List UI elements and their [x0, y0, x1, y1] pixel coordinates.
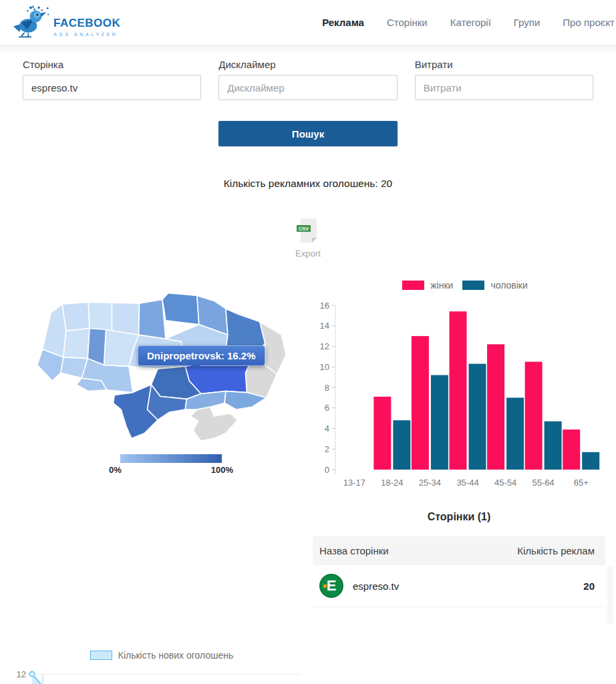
bar-male[interactable]: [582, 452, 599, 470]
svg-text:8: 8: [325, 383, 329, 393]
male-legend-label: чоловіки: [490, 280, 527, 291]
bar-male[interactable]: [431, 375, 448, 470]
svg-text:10: 10: [320, 362, 329, 372]
svg-text:6: 6: [325, 403, 329, 413]
nav-categories[interactable]: Категорії: [450, 17, 491, 28]
timeline-legend-label: Кількість нових оголошень: [118, 650, 233, 661]
main-nav: Реклама Сторінки Категорії Групи Про про…: [322, 17, 616, 28]
region: [162, 293, 199, 325]
region: [112, 303, 139, 335]
region: [63, 329, 90, 359]
bar-female[interactable]: [563, 430, 580, 470]
svg-text:13-17: 13-17: [343, 478, 365, 488]
page-input[interactable]: [23, 75, 201, 100]
nav-pages[interactable]: Сторінки: [387, 17, 428, 28]
map-legend-min: 0%: [109, 465, 122, 475]
svg-text:4: 4: [325, 423, 329, 434]
female-legend-label: жінки: [430, 280, 453, 291]
bird-logo-icon: [12, 4, 49, 41]
timeline-legend: Кількість нових оголошень: [9, 650, 314, 661]
espreso-logo-icon: E: [319, 574, 343, 598]
table-row[interactable]: E espreso.tv 20: [313, 565, 605, 607]
bar-female[interactable]: [525, 362, 543, 470]
export-label: Export: [295, 248, 321, 259]
header-shadow: [0, 45, 616, 53]
svg-text:55-64: 55-64: [532, 478, 555, 488]
svg-text:12: 12: [17, 669, 26, 679]
map-gradient-legend: [120, 454, 222, 463]
ads-count-text: Кількість рекламних оголошень: 20: [0, 178, 616, 190]
svg-text:14: 14: [320, 321, 329, 331]
main-content: Сторінка Дисклаймер Витрати Пошук Кількі…: [0, 59, 616, 684]
bar-male[interactable]: [506, 397, 524, 470]
data-point-marker[interactable]: [29, 671, 34, 676]
filters-form: Сторінка Дисклаймер Витрати: [0, 59, 616, 100]
bar-male[interactable]: [545, 421, 562, 470]
bar-male[interactable]: [393, 420, 410, 470]
table-scrollbar[interactable]: [607, 566, 613, 624]
spend-field-label: Витрати: [415, 59, 593, 70]
logo-subtitle: ADS ANALYZER: [53, 31, 120, 37]
bar-female[interactable]: [412, 336, 429, 470]
svg-text:12: 12: [320, 341, 329, 351]
bar-chart-legend: жінки чоловіки: [313, 280, 616, 291]
nav-ads[interactable]: Реклама: [322, 17, 364, 28]
svg-text:2: 2: [325, 444, 329, 454]
gender-bar-chart-panel: жінки чоловіки 024681012141613-1718-2425…: [313, 276, 616, 607]
svg-text:35-44: 35-44: [456, 478, 478, 488]
svg-text:0: 0: [325, 465, 329, 475]
app-header: FACEBOOK ADS ANALYZER Реклама Сторінки К…: [0, 0, 616, 45]
page-field-label: Сторінка: [23, 59, 201, 70]
csv-export-button[interactable]: CSV Export: [0, 218, 616, 259]
bar-female[interactable]: [450, 311, 467, 470]
female-legend-swatch: [402, 281, 424, 290]
new-ads-area-chart[interactable]: 024681012May 2, 2021May 9, 2021May 16, 2…: [9, 666, 303, 684]
csv-badge-label: CSV: [299, 226, 309, 232]
svg-text:16: 16: [320, 301, 329, 311]
bar-female[interactable]: [373, 397, 391, 470]
region: [62, 302, 90, 331]
svg-text:45-54: 45-54: [494, 478, 516, 488]
ukraine-map-panel: Dnipropetrovsk: 16.2%: [13, 276, 313, 607]
page-ads-count: 20: [458, 565, 605, 607]
region: [43, 304, 66, 357]
col-ads-count: Кількість реклам: [458, 536, 605, 565]
disclaimer-input[interactable]: [218, 75, 397, 100]
map-legend-max: 100%: [211, 465, 233, 475]
bar-male[interactable]: [469, 364, 486, 470]
svg-text:65+: 65+: [574, 478, 589, 488]
bar-female[interactable]: [487, 344, 504, 470]
search-button[interactable]: Пошук: [218, 121, 397, 146]
map-tooltip: Dnipropetrovsk: 16.2%: [138, 345, 265, 366]
timeline-legend-swatch: [90, 651, 112, 660]
age-gender-bar-chart[interactable]: 024681012141613-1718-2425-3435-4445-5455…: [313, 296, 604, 498]
spend-input[interactable]: [415, 75, 593, 100]
csv-file-icon: CSV: [297, 218, 319, 246]
svg-text:25-34: 25-34: [419, 478, 441, 488]
logo-title: FACEBOOK: [53, 17, 120, 30]
col-page-name: Назва сторінки: [313, 536, 458, 565]
male-legend-swatch: [462, 281, 484, 290]
page-name: espreso.tv: [353, 580, 399, 592]
disclaimer-field-label: Дисклаймер: [218, 59, 397, 70]
nav-about[interactable]: Про проєкт: [563, 17, 615, 28]
pages-table: Назва сторінки Кількість реклам E espres…: [313, 536, 605, 607]
svg-text:18-24: 18-24: [381, 478, 403, 488]
pages-table-panel: Сторінки (1) Назва сторінки Кількість ре…: [313, 511, 616, 607]
app-logo[interactable]: FACEBOOK ADS ANALYZER: [12, 4, 120, 41]
nav-groups[interactable]: Групи: [514, 17, 540, 28]
region-occupied: [190, 407, 238, 441]
timeline-chart-panel: Кількість нових оголошень 024681012May 2…: [9, 650, 314, 684]
region: [139, 299, 166, 339]
pages-table-title: Сторінки (1): [313, 511, 605, 523]
